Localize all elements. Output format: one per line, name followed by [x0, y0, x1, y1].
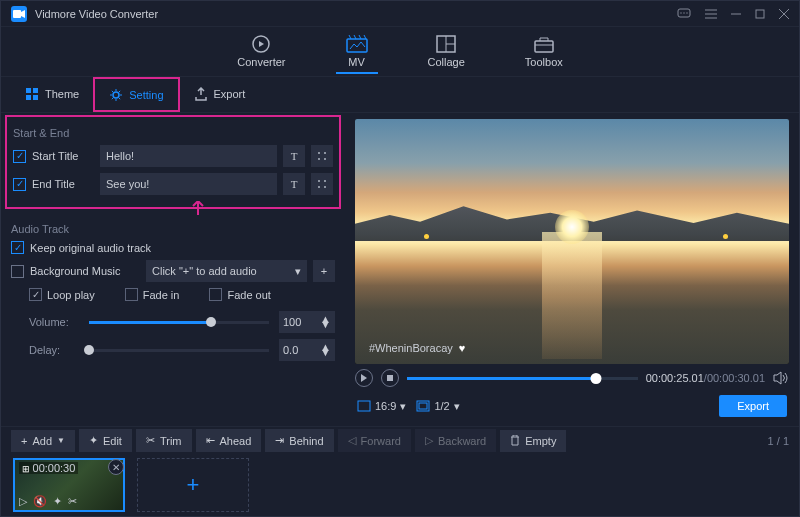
- nav-label: MV: [348, 56, 365, 68]
- zoom-icon: [416, 400, 430, 412]
- clip-play-icon[interactable]: ▷: [19, 495, 27, 508]
- fadeout-checkbox[interactable]: [209, 288, 222, 301]
- converter-icon: [250, 34, 272, 54]
- clip-trim-icon[interactable]: ✂: [68, 495, 77, 508]
- nav-toolbox[interactable]: Toolbox: [515, 30, 573, 74]
- behind-icon: ⇥: [275, 434, 284, 447]
- clip-mute-icon[interactable]: 🔇: [33, 495, 47, 508]
- add-audio-button[interactable]: +: [313, 260, 335, 282]
- fadein-checkbox[interactable]: [125, 288, 138, 301]
- svg-point-31: [324, 186, 326, 188]
- keep-audio-label: Keep original audio track: [30, 242, 151, 254]
- aspect-value: 16:9: [375, 400, 396, 412]
- close-button[interactable]: [779, 9, 789, 19]
- app-logo-icon: [11, 6, 27, 22]
- chevron-down-icon: ▼: [57, 436, 65, 445]
- text-style-button[interactable]: T: [283, 145, 305, 167]
- tab-setting[interactable]: Setting: [93, 77, 179, 112]
- volume-icon[interactable]: [773, 371, 789, 385]
- svg-point-23: [113, 92, 119, 98]
- svg-point-26: [318, 158, 320, 160]
- timeline-section: +Add▼ ✦Edit ✂Trim ⇤Ahead ⇥Behind ◁Forwar…: [1, 426, 799, 516]
- edit-button[interactable]: ✦Edit: [79, 429, 132, 452]
- text-style-button[interactable]: T: [283, 173, 305, 195]
- delay-label: Delay:: [29, 344, 79, 356]
- bgm-checkbox[interactable]: [11, 265, 24, 278]
- value: 0.0: [283, 344, 298, 356]
- minimize-button[interactable]: [731, 9, 741, 19]
- tab-theme[interactable]: Theme: [11, 77, 93, 112]
- nav-label: Collage: [428, 56, 465, 68]
- svg-rect-32: [387, 375, 393, 381]
- forward-icon: ◁: [348, 434, 356, 447]
- section-title: Audio Track: [11, 223, 335, 235]
- wand-icon: ✦: [89, 434, 98, 447]
- svg-point-25: [324, 152, 326, 154]
- nav-collage[interactable]: Collage: [418, 30, 475, 74]
- tab-export[interactable]: Export: [180, 77, 260, 112]
- aspect-ratio-picker[interactable]: 16:9 ▾: [357, 400, 406, 413]
- btn-label: Edit: [103, 435, 122, 447]
- mv-icon: [346, 34, 368, 54]
- volume-value[interactable]: 100▲▼: [279, 311, 335, 333]
- nav-label: Toolbox: [525, 56, 563, 68]
- bgm-dropdown[interactable]: Click "+" to add audio ▾: [146, 260, 307, 282]
- keep-audio-checkbox[interactable]: [11, 241, 24, 254]
- loop-checkbox[interactable]: [29, 288, 42, 301]
- timeline-slider[interactable]: [407, 377, 638, 380]
- text-options-button[interactable]: [311, 173, 333, 195]
- nav-mv[interactable]: MV: [336, 30, 378, 74]
- text-options-button[interactable]: [311, 145, 333, 167]
- play-button[interactable]: [355, 369, 373, 387]
- end-title-checkbox[interactable]: [13, 178, 26, 191]
- stop-button[interactable]: [381, 369, 399, 387]
- video-preview[interactable]: #WheninBoracay♥: [355, 119, 789, 364]
- svg-point-30: [318, 186, 320, 188]
- preview-controls: 16:9 ▾ 1/2 ▾ Export: [355, 392, 789, 420]
- volume-slider[interactable]: [89, 321, 269, 324]
- section-title: Start & End: [13, 127, 333, 139]
- svg-point-2: [680, 12, 681, 13]
- toolbox-icon: [533, 34, 555, 54]
- delay-value[interactable]: 0.0▲▼: [279, 339, 335, 361]
- svg-point-28: [318, 180, 320, 182]
- zoom-picker[interactable]: 1/2 ▾: [416, 400, 459, 413]
- menu-icon[interactable]: [705, 9, 717, 19]
- empty-button[interactable]: Empty: [500, 430, 566, 452]
- loop-label: Loop play: [47, 289, 95, 301]
- nav-converter[interactable]: Converter: [227, 30, 295, 74]
- scissors-icon: ✂: [146, 434, 155, 447]
- export-button[interactable]: Export: [719, 395, 787, 417]
- heart-icon: ♥: [459, 342, 466, 354]
- clip-thumbnail[interactable]: ⊞ 00:00:30 ✕ ▷ 🔇 ✦ ✂: [13, 458, 125, 512]
- add-clip-button[interactable]: +: [137, 458, 249, 512]
- end-title-input[interactable]: [100, 173, 277, 195]
- feedback-icon[interactable]: [677, 8, 691, 20]
- aspect-icon: [357, 400, 371, 412]
- start-title-checkbox[interactable]: [13, 150, 26, 163]
- collage-icon: [435, 34, 457, 54]
- clip-effect-icon[interactable]: ✦: [53, 495, 62, 508]
- delay-slider[interactable]: [89, 349, 269, 352]
- svg-rect-22: [33, 95, 38, 100]
- trim-button[interactable]: ✂Trim: [136, 429, 192, 452]
- behind-button[interactable]: ⇥Behind: [265, 429, 333, 452]
- export-icon: [194, 87, 208, 101]
- svg-rect-19: [26, 88, 31, 93]
- clip-duration: ⊞ 00:00:30: [19, 462, 78, 474]
- ahead-button[interactable]: ⇤Ahead: [196, 429, 262, 452]
- clip-row: ⊞ 00:00:30 ✕ ▷ 🔇 ✦ ✂ +: [1, 454, 799, 516]
- maximize-button[interactable]: [755, 9, 765, 19]
- svg-rect-21: [26, 95, 31, 100]
- btn-label: Trim: [160, 435, 182, 447]
- remove-clip-button[interactable]: ✕: [108, 459, 124, 475]
- action-bar: +Add▼ ✦Edit ✂Trim ⇤Ahead ⇥Behind ◁Forwar…: [1, 427, 799, 454]
- add-button[interactable]: +Add▼: [11, 430, 75, 452]
- svg-point-24: [318, 152, 320, 154]
- svg-rect-9: [756, 10, 764, 18]
- start-title-input[interactable]: [100, 145, 277, 167]
- plus-icon: +: [21, 435, 27, 447]
- svg-rect-0: [13, 10, 21, 18]
- zoom-value: 1/2: [434, 400, 449, 412]
- svg-point-4: [686, 12, 687, 13]
